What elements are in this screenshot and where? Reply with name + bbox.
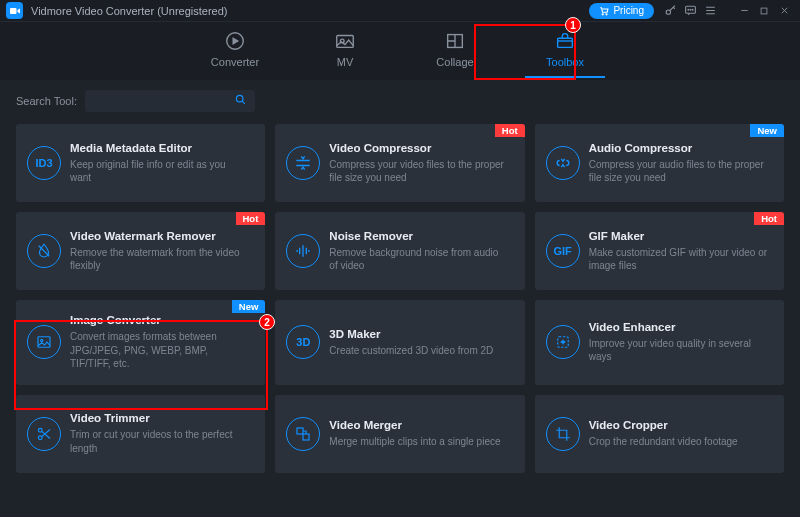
tab-label: Collage: [436, 56, 473, 68]
svg-rect-10: [337, 36, 354, 48]
converter-icon: [224, 30, 246, 52]
hot-badge: Hot: [495, 124, 525, 137]
app-logo: [6, 2, 23, 19]
svg-rect-8: [761, 8, 767, 14]
tool-icon: 3D: [277, 325, 329, 359]
search-bar: Search Tool:: [0, 80, 800, 120]
tool-title: Video Cropper: [589, 419, 768, 431]
tool-desc: Improve your video quality in several wa…: [589, 337, 768, 364]
tab-converter[interactable]: Converter: [205, 30, 265, 72]
tool-icon: [537, 417, 589, 451]
tool-desc: Crop the redundant video footage: [589, 435, 768, 449]
svg-rect-15: [38, 337, 50, 348]
svg-point-18: [38, 428, 42, 432]
key-icon[interactable]: [660, 3, 680, 19]
tool-card[interactable]: NewAudio CompressorCompress your audio f…: [535, 124, 784, 202]
svg-point-1: [603, 13, 604, 14]
svg-rect-21: [303, 434, 309, 440]
tab-collage[interactable]: Collage: [425, 30, 485, 72]
menu-icon[interactable]: [700, 3, 720, 19]
tool-title: Video Compressor: [329, 142, 508, 154]
tool-icon: [277, 146, 329, 180]
tool-icon: [537, 146, 589, 180]
mv-icon: [334, 30, 356, 52]
tool-icon: [537, 325, 589, 359]
tab-label: MV: [337, 56, 354, 68]
tool-title: Noise Remover: [329, 230, 508, 242]
tool-card[interactable]: Video TrimmerTrim or cut your videos to …: [16, 395, 265, 473]
main-tabs: Converter MV Collage Toolbox: [0, 22, 800, 80]
toolbox-icon: [554, 30, 576, 52]
search-wrap[interactable]: [85, 90, 255, 112]
tool-title: 3D Maker: [329, 328, 508, 340]
svg-point-14: [236, 95, 243, 102]
minimize-button[interactable]: [734, 3, 754, 19]
tool-card[interactable]: Video CropperCrop the redundant video fo…: [535, 395, 784, 473]
tool-desc: Remove the watermark from the video flex…: [70, 246, 249, 273]
tool-icon: ID3: [18, 146, 70, 180]
tab-toolbox[interactable]: Toolbox: [535, 30, 595, 72]
maximize-button[interactable]: [754, 3, 774, 19]
svg-rect-13: [558, 38, 573, 47]
cart-icon: [599, 6, 609, 16]
tools-grid: ID3Media Metadata EditorKeep original fi…: [0, 120, 800, 485]
tool-card[interactable]: Video MergerMerge multiple clips into a …: [275, 395, 524, 473]
search-input[interactable]: [93, 95, 234, 107]
tool-card[interactable]: HotVideo Watermark RemoverRemove the wat…: [16, 212, 265, 290]
tool-icon: [18, 325, 70, 359]
collage-icon: [444, 30, 466, 52]
tool-card[interactable]: Video EnhancerImprove your video quality…: [535, 300, 784, 385]
tool-desc: Keep original file info or edit as you w…: [70, 158, 249, 185]
svg-rect-20: [297, 428, 303, 434]
tool-title: Video Enhancer: [589, 321, 768, 333]
tool-title: Video Watermark Remover: [70, 230, 249, 242]
tool-title: Image Converter: [70, 314, 249, 326]
tab-label: Converter: [211, 56, 259, 68]
tool-title: Media Metadata Editor: [70, 142, 249, 154]
svg-point-5: [687, 9, 688, 10]
tool-card[interactable]: 3D3D MakerCreate customized 3D video fro…: [275, 300, 524, 385]
tool-desc: Remove background noise from audio of vi…: [329, 246, 508, 273]
tool-icon: [277, 417, 329, 451]
tool-icon: [277, 234, 329, 268]
title-bar: Vidmore Video Converter (Unregistered) P…: [0, 0, 800, 22]
tool-card[interactable]: HotGIFGIF MakerMake customized GIF with …: [535, 212, 784, 290]
svg-point-16: [41, 340, 43, 342]
svg-point-3: [666, 10, 670, 14]
svg-rect-0: [10, 8, 17, 14]
feedback-icon[interactable]: [680, 3, 700, 19]
tool-icon: GIF: [537, 234, 589, 268]
tool-title: Audio Compressor: [589, 142, 768, 154]
tool-icon: [18, 417, 70, 451]
tool-icon: [18, 234, 70, 268]
tool-desc: Convert images formats between JPG/JPEG,…: [70, 330, 249, 371]
svg-point-7: [692, 9, 693, 10]
svg-point-19: [38, 435, 42, 439]
hot-badge: Hot: [754, 212, 784, 225]
tool-desc: Trim or cut your videos to the perfect l…: [70, 428, 249, 455]
tool-title: Video Trimmer: [70, 412, 249, 424]
hot-badge: Hot: [236, 212, 266, 225]
tool-card[interactable]: Noise RemoverRemove background noise fro…: [275, 212, 524, 290]
new-badge: New: [750, 124, 784, 137]
search-label: Search Tool:: [16, 95, 77, 107]
tool-title: GIF Maker: [589, 230, 768, 242]
svg-point-2: [606, 13, 607, 14]
close-button[interactable]: [774, 3, 794, 19]
tool-title: Video Merger: [329, 419, 508, 431]
tool-card[interactable]: ID3Media Metadata EditorKeep original fi…: [16, 124, 265, 202]
tool-desc: Compress your video files to the proper …: [329, 158, 508, 185]
tool-desc: Compress your audio files to the proper …: [589, 158, 768, 185]
svg-point-6: [690, 9, 691, 10]
tool-desc: Merge multiple clips into a single piece: [329, 435, 508, 449]
tool-desc: Create customized 3D video from 2D: [329, 344, 508, 358]
tab-mv[interactable]: MV: [315, 30, 375, 72]
tool-card[interactable]: NewImage ConverterConvert images formats…: [16, 300, 265, 385]
new-badge: New: [232, 300, 266, 313]
tool-desc: Make customized GIF with your video or i…: [589, 246, 768, 273]
pricing-label: Pricing: [613, 5, 644, 16]
pricing-button[interactable]: Pricing: [589, 3, 654, 19]
tab-label: Toolbox: [546, 56, 584, 68]
tool-card[interactable]: HotVideo CompressorCompress your video f…: [275, 124, 524, 202]
search-icon[interactable]: [234, 93, 247, 109]
